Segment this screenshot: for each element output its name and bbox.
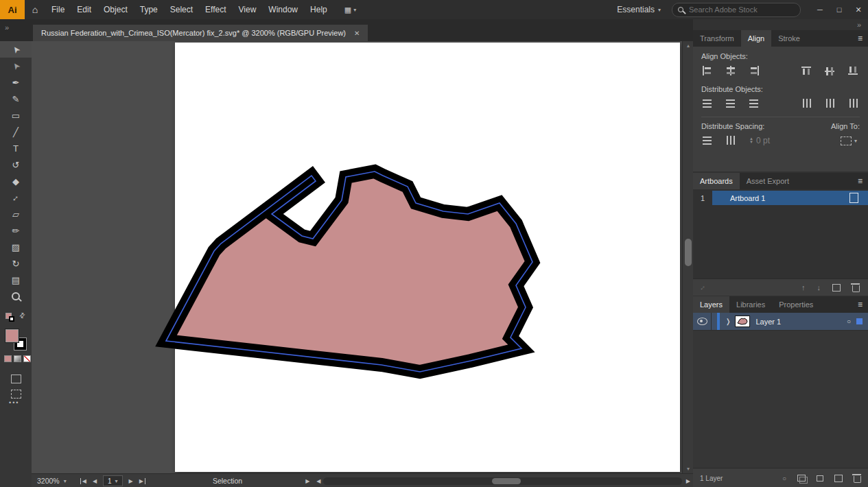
pen-tool[interactable]: ✒ <box>0 74 32 91</box>
vertical-scrollbar[interactable]: ▴ ▾ <box>682 41 693 473</box>
menu-select[interactable]: Select <box>164 0 199 19</box>
horizontal-scroll-thumb[interactable] <box>492 478 521 484</box>
distribute-right-icon[interactable] <box>847 98 860 109</box>
home-icon[interactable]: ⌂ <box>25 4 45 15</box>
type-tool[interactable]: T <box>0 140 32 156</box>
distribute-horizontal-center-icon[interactable] <box>824 98 836 109</box>
scroll-left-icon[interactable]: ◀ <box>314 478 323 484</box>
crimea-shape[interactable] <box>166 171 532 372</box>
gradient-chip[interactable] <box>14 355 21 362</box>
adobe-stock-search[interactable] <box>672 3 801 17</box>
artboard-number-field[interactable]: 1 ▾ <box>103 475 123 486</box>
expand-chevron-icon[interactable]: ❭ <box>725 318 731 325</box>
first-artboard-icon[interactable]: ◀ <box>80 478 86 484</box>
layer-name[interactable]: Layer 1 <box>755 318 847 326</box>
tab-artboards[interactable]: Artboards <box>693 173 740 189</box>
locate-object-icon[interactable]: ○ <box>782 475 786 482</box>
artboard-tool[interactable]: ▤ <box>0 272 32 288</box>
tab-asset-export[interactable]: Asset Export <box>740 173 796 189</box>
eraser-tool[interactable]: ◆ <box>0 173 32 189</box>
distribute-left-icon[interactable] <box>801 98 813 109</box>
scale-tool[interactable]: ↕ <box>0 189 32 206</box>
screen-mode-icon[interactable] <box>11 390 21 399</box>
align-vertical-center-icon[interactable] <box>824 65 836 76</box>
target-circle-icon[interactable]: ○ <box>847 318 851 325</box>
none-chip[interactable] <box>23 355 31 362</box>
new-artboard-icon[interactable] <box>832 284 841 292</box>
clipping-mask-icon[interactable] <box>797 475 806 482</box>
panel-collapse-icon[interactable]: » <box>857 21 861 29</box>
document-tab-close-icon[interactable]: ✕ <box>354 29 360 37</box>
menu-effect[interactable]: Effect <box>199 0 232 19</box>
illustrator-logo[interactable]: Ai <box>0 0 25 19</box>
tab-properties[interactable]: Properties <box>772 296 820 313</box>
draw-mode-icon[interactable] <box>11 375 21 383</box>
distribute-top-icon[interactable] <box>701 98 714 109</box>
search-input[interactable] <box>688 5 776 14</box>
rotate-view-tool[interactable]: ↻ <box>0 255 32 272</box>
fill-swatch[interactable] <box>5 329 19 342</box>
arrange-documents-button[interactable]: ▦ ▾ <box>344 5 356 14</box>
visibility-cell[interactable] <box>693 313 712 330</box>
previous-artboard-icon[interactable]: ◀ <box>93 478 97 484</box>
menu-object[interactable]: Object <box>97 0 134 19</box>
close-button[interactable]: ✕ <box>849 0 868 19</box>
artboard-row[interactable]: 1 Artboard 1 <box>693 191 868 205</box>
menu-edit[interactable]: Edit <box>71 0 97 19</box>
curvature-tool[interactable]: ✎ <box>0 91 32 107</box>
move-up-icon[interactable]: ↑ <box>801 283 806 292</box>
shape-builder-tool[interactable]: ▱ <box>0 206 32 222</box>
menu-window[interactable]: Window <box>262 0 304 19</box>
direct-selection-tool[interactable]: ➤ <box>0 58 32 74</box>
next-artboard-icon[interactable]: ▶ <box>129 478 133 484</box>
menu-type[interactable]: Type <box>134 0 164 19</box>
vertical-scroll-thumb[interactable] <box>685 239 692 266</box>
menu-file[interactable]: File <box>45 0 71 19</box>
canvas-area[interactable]: ▴ ▾ <box>32 41 693 473</box>
distribute-vertical-center-icon[interactable] <box>725 98 737 109</box>
panel-menu-icon[interactable]: ≡ <box>852 173 868 189</box>
scroll-right-icon[interactable]: ▶ <box>683 478 693 484</box>
align-bottom-icon[interactable] <box>847 65 860 76</box>
delete-layer-icon[interactable] <box>854 476 861 483</box>
minimize-button[interactable]: ─ <box>810 0 830 19</box>
align-right-icon[interactable] <box>748 65 760 76</box>
tab-stroke[interactable]: Stroke <box>771 30 807 47</box>
spacing-value-stepper[interactable]: ▲▼ 0 pt <box>749 136 770 145</box>
move-down-icon[interactable]: ↓ <box>817 283 821 292</box>
artboard-name[interactable]: Artboard 1 <box>712 191 868 205</box>
delete-artboard-icon[interactable] <box>852 285 860 292</box>
toolbar-collapse-icon[interactable]: » <box>5 23 9 32</box>
zoom-level-select[interactable]: 3200% ▾ <box>32 477 72 485</box>
align-top-icon[interactable] <box>801 65 813 76</box>
selection-tool[interactable]: ➤ <box>0 41 32 58</box>
layer-thumbnail[interactable] <box>735 316 750 327</box>
zoom-tool[interactable] <box>0 288 32 305</box>
align-horizontal-center-icon[interactable] <box>725 65 737 76</box>
vertical-distribute-space-icon[interactable] <box>701 135 714 146</box>
line-segment-tool[interactable]: ╱ <box>0 123 32 140</box>
tab-align[interactable]: Align <box>741 30 771 47</box>
rotate-tool[interactable]: ↺ <box>0 156 32 173</box>
pencil-tool[interactable]: ✏ <box>0 222 32 239</box>
swap-fill-stroke-icon[interactable]: ⇄ <box>17 311 27 320</box>
rectangle-tool[interactable]: ▭ <box>0 107 32 123</box>
color-chip[interactable] <box>4 355 12 362</box>
menu-help[interactable]: Help <box>304 0 333 19</box>
scroll-down-icon[interactable]: ▾ <box>683 466 693 472</box>
panel-menu-icon[interactable]: ≡ <box>852 30 868 47</box>
workspace-switcher[interactable]: Essentials ▾ <box>617 5 661 14</box>
new-layer-icon[interactable] <box>834 475 843 482</box>
stepper-icons[interactable]: ▲▼ <box>749 137 753 144</box>
edit-toolbar-button[interactable]: ••• <box>9 399 19 406</box>
last-artboard-icon[interactable]: ▶ <box>139 478 145 484</box>
status-expand-icon[interactable]: ▶ <box>305 478 309 484</box>
tab-layers[interactable]: Layers <box>693 296 729 313</box>
document-tab[interactable]: Russian Federation_with_Crimea_ISO(Merca… <box>33 25 368 41</box>
horizontal-distribute-space-icon[interactable] <box>725 135 737 146</box>
menu-view[interactable]: View <box>233 0 263 19</box>
panel-menu-icon[interactable]: ≡ <box>852 296 868 313</box>
distribute-bottom-icon[interactable] <box>748 98 760 109</box>
gradient-tool[interactable]: ▨ <box>0 239 32 255</box>
layer-row[interactable]: ❭ Layer 1 ○ <box>693 313 868 331</box>
